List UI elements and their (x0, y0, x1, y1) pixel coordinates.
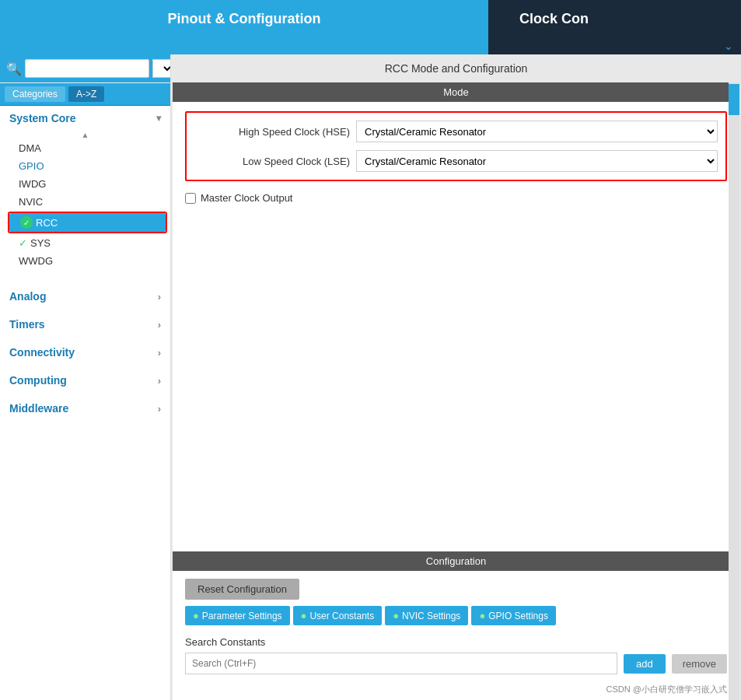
sidebar-item-dma[interactable]: DMA (6, 139, 170, 157)
config-section-header: Configuration (173, 551, 739, 571)
chevron-right-connectivity: › (158, 347, 161, 359)
add-button[interactable]: add (624, 654, 666, 674)
chevron-right-analog: › (158, 291, 161, 303)
sidebar-item-timers[interactable]: Timers › (0, 310, 170, 338)
sidebar: 🔍 ⌄ ⚙ Categories A->Z System Core ▾ ▲ (0, 54, 171, 700)
tab-categories[interactable]: Categories (5, 86, 65, 102)
check-nvic: ● (393, 610, 399, 621)
lse-label: Low Speed Clock (LSE) (194, 156, 350, 167)
system-core-header[interactable]: System Core ▾ (0, 106, 170, 131)
search-dropdown[interactable]: ⌄ (152, 59, 171, 78)
tab-user-constants[interactable]: ● User Constants (293, 606, 383, 625)
watermark: CSDN @小白研究僧学习嵌入式 (173, 681, 739, 700)
sidebar-item-gpio[interactable]: GPIO (6, 157, 170, 175)
sidebar-item-connectivity[interactable]: Connectivity › (0, 338, 170, 366)
chevron-right-computing: › (158, 375, 161, 387)
system-core-items: DMA GPIO IWDG NVIC ✓ RCC (0, 139, 170, 270)
reset-configuration-button[interactable]: Reset Configuration (185, 579, 299, 600)
sidebar-item-rcc[interactable]: ✓ RCC (9, 213, 166, 232)
sidebar-item-nvic[interactable]: NVIC (6, 193, 170, 211)
content-area: RCC Mode and Configuration Mode High Spe… (171, 54, 741, 700)
content-title: RCC Mode and Configuration (171, 54, 741, 82)
remove-button[interactable]: remove (672, 654, 727, 674)
check-icon-rcc: ✓ (20, 216, 33, 229)
system-core-section: System Core ▾ ▲ DMA GPIO IWDG (0, 106, 170, 270)
lse-select[interactable]: Crystal/Ceramic Resonator (356, 150, 718, 172)
sidebar-item-analog[interactable]: Analog › (0, 282, 170, 310)
chevron-right-middleware: › (158, 403, 161, 415)
sidebar-item-sys[interactable]: ✓ SYS (6, 234, 170, 252)
chevron-down-icon: ⌄ (724, 40, 733, 52)
tab-parameter-settings[interactable]: ● Parameter Settings (185, 606, 290, 625)
config-section: Configuration Reset Configuration ● Para… (173, 551, 739, 700)
tab-az[interactable]: A->Z (68, 86, 104, 102)
sidebar-item-wwdg[interactable]: WWDG (6, 252, 170, 270)
header-clock: Clock Con (488, 0, 741, 37)
sidebar-item-middleware[interactable]: Middleware › (0, 394, 170, 422)
check-param: ● (193, 610, 199, 621)
right-scrollbar[interactable] (729, 82, 739, 700)
mode-section-header: Mode (173, 82, 739, 102)
hse-select[interactable]: Crystal/Ceramic Resonator (356, 121, 718, 142)
check-gpio: ● (479, 610, 485, 621)
check-icon-sys: ✓ (19, 237, 27, 249)
search-input[interactable] (25, 59, 149, 78)
tab-nvic-settings[interactable]: ● NVIC Settings (385, 606, 468, 625)
chevron-icon: ▾ (156, 113, 161, 124)
hse-label: High Speed Clock (HSE) (194, 126, 350, 138)
search-constants-label: Search Constants (185, 636, 727, 648)
chevron-right-timers: › (158, 319, 161, 331)
scroll-up-icon: ▲ (82, 131, 89, 139)
search-constants-input[interactable] (185, 653, 617, 674)
search-icon: 🔍 (6, 61, 22, 76)
sidebar-item-iwdg[interactable]: IWDG (6, 175, 170, 193)
tab-gpio-settings[interactable]: ● GPIO Settings (471, 606, 556, 625)
master-clock-label: Master Clock Output (201, 192, 293, 204)
header-pinout: Pinout & Configuration (0, 0, 488, 37)
sidebar-item-computing[interactable]: Computing › (0, 366, 170, 394)
check-user: ● (301, 610, 307, 621)
master-clock-checkbox[interactable] (185, 193, 196, 204)
